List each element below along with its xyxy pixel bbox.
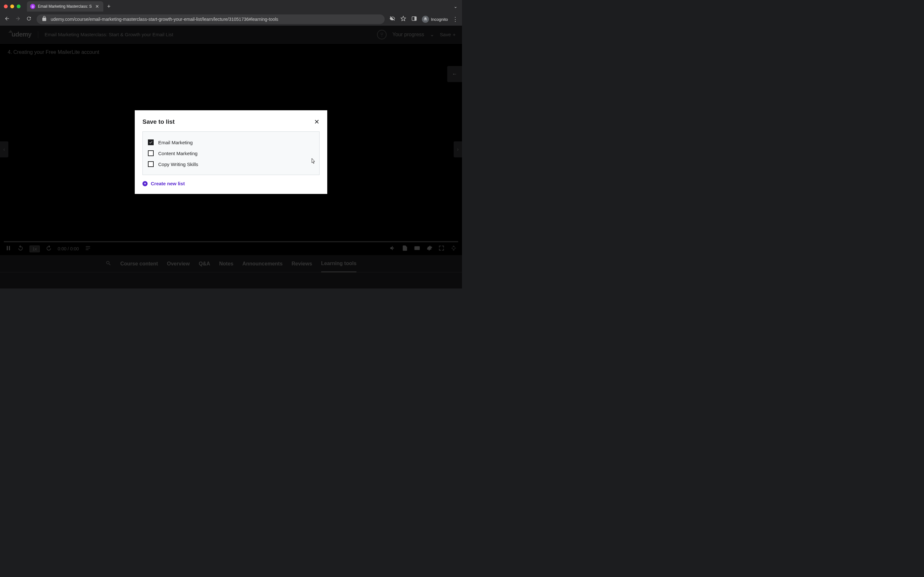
new-tab-button[interactable]: + xyxy=(107,3,111,10)
tabs-overflow-icon[interactable]: ⌄ xyxy=(454,4,457,9)
list-item[interactable]: Email Marketing xyxy=(148,137,314,148)
browser-tab[interactable]: û Email Marketing Masterclass: S ✕ xyxy=(27,1,103,11)
tab-title: Email Marketing Masterclass: S xyxy=(38,4,92,9)
panel-icon[interactable] xyxy=(411,16,417,23)
list-label: Content Marketing xyxy=(158,151,198,156)
plus-circle-icon: + xyxy=(142,181,148,186)
back-button[interactable] xyxy=(4,16,10,23)
checkbox-checked[interactable] xyxy=(148,139,153,145)
close-window-button[interactable] xyxy=(4,5,8,8)
eye-off-icon[interactable] xyxy=(389,16,396,23)
menu-icon[interactable]: ⋮ xyxy=(452,16,458,22)
toolbar-right: Incognito ⋮ xyxy=(389,16,458,23)
list-item[interactable]: Content Marketing xyxy=(148,148,314,159)
close-icon[interactable]: ✕ xyxy=(314,118,320,126)
tab-favicon: û xyxy=(30,4,35,9)
create-new-label: Create new list xyxy=(151,181,185,186)
minimize-window-button[interactable] xyxy=(10,5,14,8)
window-controls xyxy=(4,5,21,8)
incognito-label: Incognito xyxy=(431,17,448,22)
list-item[interactable]: Copy Writing Skills xyxy=(148,159,314,169)
checkbox-unchecked[interactable] xyxy=(148,161,153,167)
svg-point-2 xyxy=(424,19,425,20)
list-label: Email Marketing xyxy=(158,140,193,145)
address-bar[interactable]: udemy.com/course/email-marketing-masterc… xyxy=(37,15,384,24)
url-text: udemy.com/course/email-marketing-masterc… xyxy=(51,17,380,22)
incognito-icon xyxy=(422,16,429,23)
tab-close-icon[interactable]: ✕ xyxy=(94,4,100,9)
window-titlebar: û Email Marketing Masterclass: S ✕ + ⌄ xyxy=(0,0,462,13)
lock-icon xyxy=(41,16,47,23)
incognito-badge[interactable]: Incognito xyxy=(422,16,448,23)
forward-button[interactable] xyxy=(15,16,21,23)
modal-header: Save to list ✕ xyxy=(142,118,320,126)
svg-rect-1 xyxy=(415,17,417,21)
list-label: Copy Writing Skills xyxy=(158,161,198,167)
checkbox-unchecked[interactable] xyxy=(148,150,153,156)
save-to-list-modal: Save to list ✕ Email Marketing Content M… xyxy=(135,110,327,194)
toolbar: udemy.com/course/email-marketing-masterc… xyxy=(0,13,462,26)
modal-title: Save to list xyxy=(142,118,174,125)
maximize-window-button[interactable] xyxy=(17,5,21,8)
star-icon[interactable] xyxy=(400,16,407,23)
reload-button[interactable] xyxy=(26,16,32,23)
create-new-list-button[interactable]: + Create new list xyxy=(142,181,320,186)
lists-container: Email Marketing Content Marketing Copy W… xyxy=(142,131,320,175)
svg-point-3 xyxy=(426,19,427,20)
browser-chrome: û Email Marketing Masterclass: S ✕ + ⌄ u… xyxy=(0,0,462,26)
